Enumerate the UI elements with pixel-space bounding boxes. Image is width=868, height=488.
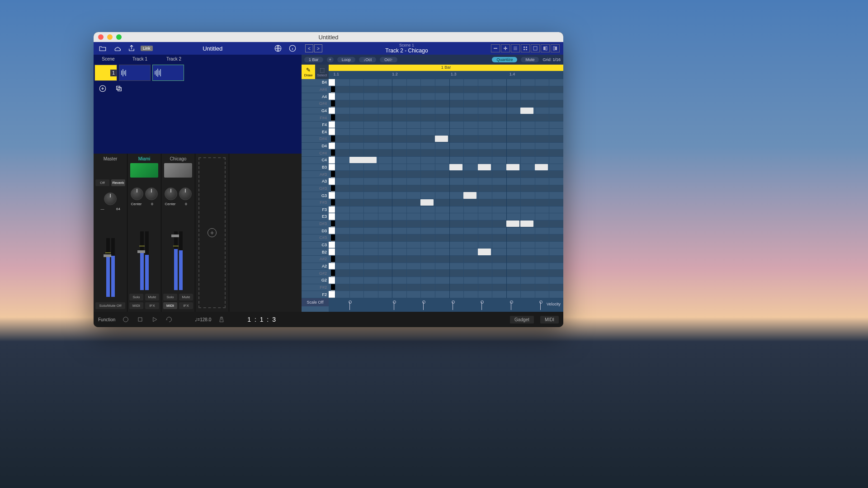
beat-ruler[interactable]: 1.11.21.31.4	[329, 71, 563, 79]
scale-off-button[interactable]: Scale Off	[302, 298, 329, 306]
link-badge[interactable]: Link	[141, 46, 153, 51]
velocity-stem[interactable]	[511, 302, 511, 310]
midi-note[interactable]	[520, 221, 533, 227]
piano-key-G#3[interactable]: G#3	[302, 185, 329, 192]
track2-send-knob[interactable]	[179, 188, 192, 200]
track2-thumb[interactable]	[164, 163, 192, 178]
midi-note[interactable]	[478, 249, 491, 255]
pr-ruler[interactable]: 1 Bar	[329, 65, 563, 71]
gadget-button[interactable]: Gadget	[510, 316, 534, 324]
stop-button[interactable]	[136, 315, 144, 324]
scene-cell[interactable]: 1	[94, 65, 117, 81]
close-button[interactable]	[98, 34, 104, 40]
add-bar-button[interactable]: +	[327, 57, 334, 62]
velocity-stem[interactable]	[481, 302, 482, 310]
midi-note[interactable]	[349, 157, 377, 163]
master-reverb-button[interactable]: Reverb	[111, 179, 125, 186]
midi-note[interactable]	[435, 136, 448, 142]
midi-note[interactable]	[535, 164, 548, 170]
solo-mute-off-button[interactable]: Solo/Mute Off	[95, 302, 125, 309]
piano-key-A#3[interactable]: A#3	[302, 171, 329, 178]
piano-key-C#3[interactable]: C#3	[302, 235, 329, 242]
midi-button[interactable]: MIDI	[540, 316, 559, 324]
master-off-button[interactable]: Off	[95, 179, 109, 186]
piano-key-C4[interactable]: C4	[302, 157, 329, 164]
maximize-button[interactable]	[116, 34, 122, 40]
piano-key-B4[interactable]: B4	[302, 79, 329, 86]
add-track-button[interactable]: +	[198, 157, 226, 308]
track2-header[interactable]: Track 2	[157, 55, 191, 64]
piano-key-F#2[interactable]: F#2	[302, 284, 329, 291]
piano-key-F3[interactable]: F3	[302, 206, 329, 214]
piano-key-F#4[interactable]: F#4	[302, 114, 329, 122]
track2-midi[interactable]: MIDI	[163, 302, 177, 309]
track1-pan-knob[interactable]	[131, 188, 143, 200]
piano-key-E4[interactable]: E4	[302, 128, 329, 136]
titlebar[interactable]: Untitled	[94, 32, 563, 42]
add-scene-button[interactable]	[97, 83, 108, 94]
midi-note[interactable]	[478, 164, 491, 170]
piano-key-D#3[interactable]: D#3	[302, 221, 329, 228]
piano-key-E3[interactable]: E3	[302, 213, 329, 221]
piano-key-G4[interactable]: G4	[302, 108, 329, 115]
piano-key-G3[interactable]: G3	[302, 192, 329, 199]
draw-tool[interactable]: ✎Draw	[302, 65, 315, 79]
track1-midi[interactable]: MIDI	[129, 302, 143, 309]
bars-pill[interactable]: 1 Bar	[304, 57, 323, 62]
view-btn-6[interactable]	[541, 44, 550, 52]
track1-fader[interactable]	[129, 208, 159, 292]
function-button[interactable]: Function	[98, 317, 115, 322]
midi-note[interactable]	[420, 199, 434, 206]
share-icon[interactable]	[126, 43, 137, 54]
track1-thumb[interactable]	[130, 163, 158, 178]
velocity-stem[interactable]	[349, 302, 350, 310]
track1-header[interactable]: Track 1	[123, 55, 157, 64]
track2-solo[interactable]: Solo	[163, 294, 177, 300]
midi-note[interactable]	[463, 192, 476, 198]
piano-key-D4[interactable]: D4	[302, 143, 329, 150]
record-button[interactable]	[122, 315, 130, 324]
cloud-icon[interactable]	[112, 43, 123, 54]
grid-label[interactable]: Grid: 1/16	[542, 57, 561, 62]
midi-note[interactable]	[506, 221, 519, 227]
piano-key-A#4[interactable]: A#4	[302, 86, 329, 94]
metronome-icon[interactable]	[217, 315, 226, 324]
midi-note[interactable]	[449, 164, 462, 170]
midi-note[interactable]	[506, 164, 519, 170]
track1-mute[interactable]: Mute	[145, 294, 159, 300]
velocity-stem[interactable]	[423, 302, 424, 310]
velocity-stem[interactable]	[540, 302, 541, 310]
zoom-in-button[interactable]	[501, 44, 510, 52]
piano-key-A4[interactable]: A4	[302, 93, 329, 100]
track1-ifx[interactable]: IFX	[145, 302, 159, 309]
select-tool[interactable]: ⬚Select	[315, 65, 329, 79]
quantize-button[interactable]: Quantize	[492, 57, 517, 62]
folder-icon[interactable]	[97, 43, 108, 54]
note-grid[interactable]	[335, 79, 563, 298]
piano-key-A3[interactable]: A3	[302, 178, 329, 185]
piano-key-A#2[interactable]: A#2	[302, 256, 329, 263]
piano-key-F#3[interactable]: F#3	[302, 199, 329, 206]
piano-key-F4[interactable]: F4	[302, 122, 329, 129]
piano-key-A2[interactable]: A2	[302, 263, 329, 270]
arrangement-area[interactable]	[94, 95, 302, 154]
midi-note[interactable]	[520, 108, 533, 114]
view-btn-3[interactable]	[511, 44, 520, 52]
oct-up-button[interactable]: Oct↑	[380, 57, 397, 62]
piano-key-G2[interactable]: G2	[302, 277, 329, 284]
piano-key-C3[interactable]: C3	[302, 242, 329, 249]
loop-button[interactable]: Loop	[337, 57, 355, 62]
master-knob[interactable]	[104, 192, 117, 205]
piano-key-D3[interactable]: D3	[302, 227, 329, 235]
zoom-out-button[interactable]	[491, 44, 500, 52]
track2-mute[interactable]: Mute	[179, 294, 193, 300]
piano-key-G#2[interactable]: G#2	[302, 270, 329, 277]
prev-button[interactable]: <	[305, 44, 313, 52]
piano-key-G#4[interactable]: G#4	[302, 100, 329, 108]
globe-icon[interactable]	[273, 43, 283, 54]
piano-key-F2[interactable]: F2	[302, 291, 329, 298]
piano-keys[interactable]: B4A#4A4G#4G4F#4F4E4D#4D4C#4C4B3A#3A3G#3G…	[302, 79, 329, 298]
velocity-lane[interactable]: Velocity	[329, 298, 563, 312]
oct-down-button[interactable]: ↓Oct	[359, 57, 377, 62]
piano-key-B2[interactable]: B2	[302, 249, 329, 256]
